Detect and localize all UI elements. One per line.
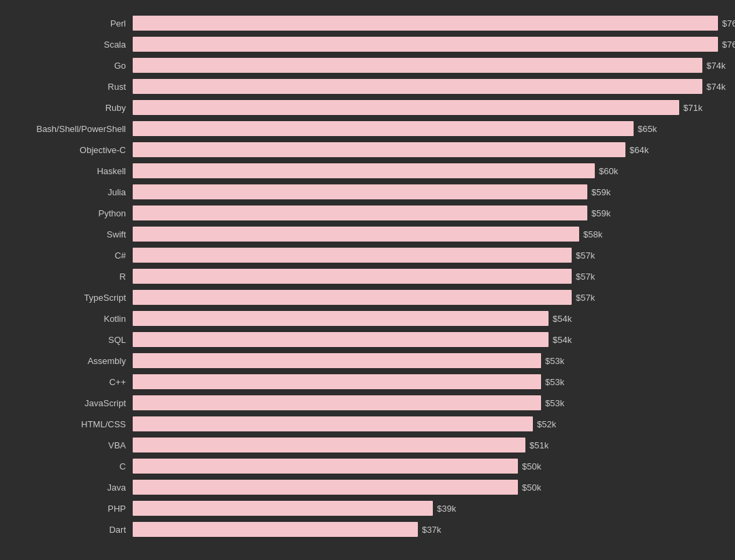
bar-area: $51k <box>133 438 721 452</box>
bar-row: Scala$76k <box>14 35 721 54</box>
bar-value: $74k <box>706 61 725 71</box>
bar-area: $57k <box>133 269 721 284</box>
bar <box>133 438 525 452</box>
bar-area: $76k <box>133 37 735 52</box>
bar-row: Perl$76k <box>14 14 721 33</box>
bar-area: $60k <box>133 163 721 178</box>
bar-label: SQL <box>14 335 133 345</box>
bar-label: Ruby <box>14 103 133 113</box>
bar-label: Java <box>14 482 133 493</box>
bar-label: Kotlin <box>14 314 133 324</box>
bar-area: $65k <box>133 121 721 136</box>
bar-label: C# <box>14 250 133 261</box>
bar-area: $57k <box>133 248 721 263</box>
bar-row: R$57k <box>14 267 721 286</box>
bar <box>133 100 679 115</box>
bar-label: TypeScript <box>14 293 133 303</box>
bar <box>133 163 595 178</box>
bar-area: $52k <box>133 416 721 431</box>
bar-value: $54k <box>553 314 572 324</box>
bar-label: Bash/Shell/PowerShell <box>14 124 133 134</box>
bar-row: Julia$59k <box>14 182 721 201</box>
bar-value: $52k <box>537 419 556 429</box>
bar-area: $74k <box>133 79 725 94</box>
bar-label: Assembly <box>14 356 133 366</box>
chart-container: Perl$76kScala$76kGo$74kRust$74kRuby$71kB… <box>14 7 721 548</box>
bar-row: JavaScript$53k <box>14 393 721 412</box>
bar-area: $71k <box>133 100 721 115</box>
bar-value: $57k <box>576 250 595 261</box>
bar <box>133 290 572 305</box>
bar-label: HTML/CSS <box>14 419 133 429</box>
bar-label: JavaScript <box>14 398 133 408</box>
bar <box>133 58 702 73</box>
bar-value: $57k <box>576 293 595 303</box>
bar-row: Objective-C$64k <box>14 140 721 159</box>
bar-value: $59k <box>591 187 610 197</box>
bar-area: $50k <box>133 459 721 474</box>
bar-row: TypeScript$57k <box>14 288 721 307</box>
bar <box>133 480 518 495</box>
bar <box>133 501 433 516</box>
bar <box>133 16 718 31</box>
bar-row: Ruby$71k <box>14 98 721 117</box>
bar-area: $37k <box>133 522 721 537</box>
bar <box>133 205 587 220</box>
bar-value: $50k <box>522 461 541 472</box>
bar-value: $50k <box>522 482 541 493</box>
bar-label: Scala <box>14 39 133 50</box>
bar-area: $64k <box>133 142 721 157</box>
bar-label: C <box>14 461 133 472</box>
bar-area: $54k <box>133 332 721 347</box>
bar-row: HTML/CSS$52k <box>14 414 721 433</box>
bar-label: VBA <box>14 440 133 450</box>
bar <box>133 395 541 410</box>
bar-area: $76k <box>133 16 735 31</box>
bar <box>133 184 587 199</box>
bar-row: Swift$58k <box>14 225 721 244</box>
bar-label: C++ <box>14 377 133 387</box>
bar-label: Go <box>14 61 133 71</box>
bar <box>133 416 533 431</box>
bar-value: $60k <box>599 166 618 176</box>
bar <box>133 227 579 242</box>
bar <box>133 248 572 263</box>
bar <box>133 459 518 474</box>
bar-value: $76k <box>722 39 735 50</box>
bar-value: $53k <box>545 356 564 366</box>
bar-row: Rust$74k <box>14 77 721 96</box>
bar-label: Swift <box>14 229 133 240</box>
bar-label: Python <box>14 208 133 218</box>
bar-value: $58k <box>583 229 602 240</box>
bar-area: $53k <box>133 353 721 368</box>
bar-row: SQL$54k <box>14 330 721 349</box>
bar-row: Kotlin$54k <box>14 309 721 328</box>
bar-value: $65k <box>638 124 657 134</box>
bar-area: $59k <box>133 205 721 220</box>
bar-label: Julia <box>14 187 133 197</box>
bar <box>133 522 418 537</box>
bar-area: $59k <box>133 184 721 199</box>
bar-row: VBA$51k <box>14 435 721 455</box>
bar <box>133 37 718 52</box>
bar-area: $57k <box>133 290 721 305</box>
bar-row: C++$53k <box>14 372 721 391</box>
bar-value: $64k <box>630 145 649 155</box>
bar <box>133 79 702 94</box>
bar-label: Dart <box>14 525 133 535</box>
bar-area: $53k <box>133 374 721 389</box>
bar-row: Python$59k <box>14 203 721 223</box>
bar-row: Bash/Shell/PowerShell$65k <box>14 119 721 138</box>
bar-label: Rust <box>14 82 133 92</box>
bar-value: $51k <box>529 440 549 450</box>
bar-row: Haskell$60k <box>14 161 721 180</box>
bar-value: $74k <box>706 82 725 92</box>
bar-row: Go$74k <box>14 56 721 75</box>
bar-value: $53k <box>545 377 564 387</box>
bar-label: PHP <box>14 504 133 514</box>
bar-value: $76k <box>722 18 735 29</box>
bar-area: $58k <box>133 227 721 242</box>
bar-label: Perl <box>14 18 133 29</box>
bar-value: $59k <box>591 208 610 218</box>
bar <box>133 332 549 347</box>
